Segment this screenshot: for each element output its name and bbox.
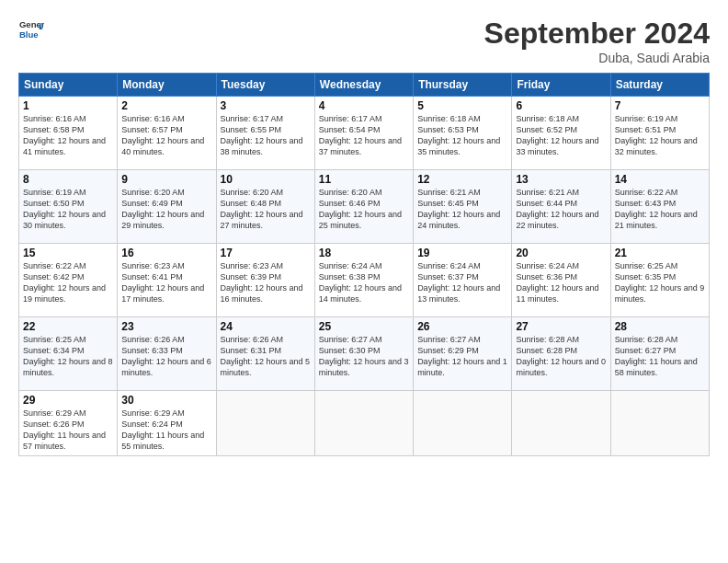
table-row: 30 Sunrise: 6:29 AMSunset: 6:24 PMDaylig…: [118, 391, 216, 456]
table-row: [512, 391, 610, 456]
table-row: 17 Sunrise: 6:23 AMSunset: 6:39 PMDaylig…: [216, 244, 314, 317]
col-friday: Friday: [512, 74, 610, 97]
day-number: 30: [121, 394, 211, 407]
table-row: 12 Sunrise: 6:21 AMSunset: 6:45 PMDaylig…: [414, 170, 512, 244]
logo-icon: General Blue: [18, 17, 44, 42]
cell-info: Sunrise: 6:16 AMSunset: 6:57 PMDaylight:…: [121, 114, 204, 156]
title-block: September 2024 Duba, Saudi Arabia: [484, 17, 710, 65]
cell-info: Sunrise: 6:19 AMSunset: 6:51 PMDaylight:…: [615, 114, 698, 156]
table-row: 23 Sunrise: 6:26 AMSunset: 6:33 PMDaylig…: [118, 317, 216, 391]
cell-info: Sunrise: 6:20 AMSunset: 6:49 PMDaylight:…: [121, 188, 204, 230]
table-row: 2 Sunrise: 6:16 AMSunset: 6:57 PMDayligh…: [118, 97, 216, 170]
cell-info: Sunrise: 6:28 AMSunset: 6:28 PMDaylight:…: [516, 335, 606, 377]
col-thursday: Thursday: [414, 74, 512, 97]
table-row: 29 Sunrise: 6:29 AMSunset: 6:26 PMDaylig…: [19, 391, 118, 456]
table-row: 3 Sunrise: 6:17 AMSunset: 6:55 PMDayligh…: [216, 97, 314, 170]
cell-info: Sunrise: 6:18 AMSunset: 6:53 PMDaylight:…: [417, 114, 500, 156]
cell-info: Sunrise: 6:24 AMSunset: 6:38 PMDaylight:…: [319, 261, 402, 304]
table-row: 1 Sunrise: 6:16 AMSunset: 6:58 PMDayligh…: [19, 97, 118, 170]
table-row: [216, 391, 314, 456]
table-row: 22 Sunrise: 6:25 AMSunset: 6:34 PMDaylig…: [19, 317, 118, 391]
cell-info: Sunrise: 6:21 AMSunset: 6:44 PMDaylight:…: [516, 188, 598, 230]
table-row: 6 Sunrise: 6:18 AMSunset: 6:52 PMDayligh…: [512, 97, 610, 170]
table-row: 10 Sunrise: 6:20 AMSunset: 6:48 PMDaylig…: [216, 170, 314, 244]
table-row: 26 Sunrise: 6:27 AMSunset: 6:29 PMDaylig…: [414, 317, 512, 391]
col-tuesday: Tuesday: [216, 74, 314, 97]
day-number: 19: [417, 247, 507, 259]
cell-info: Sunrise: 6:24 AMSunset: 6:36 PMDaylight:…: [516, 261, 598, 304]
calendar-table: Sunday Monday Tuesday Wednesday Thursday…: [18, 73, 710, 456]
day-number: 18: [319, 247, 409, 259]
cell-info: Sunrise: 6:26 AMSunset: 6:33 PMDaylight:…: [121, 335, 211, 377]
cell-info: Sunrise: 6:17 AMSunset: 6:55 PMDaylight:…: [221, 114, 303, 156]
day-number: 22: [23, 320, 113, 333]
day-number: 21: [615, 247, 705, 259]
cell-info: Sunrise: 6:17 AMSunset: 6:54 PMDaylight:…: [319, 114, 402, 156]
day-number: 3: [221, 99, 311, 112]
day-number: 26: [417, 320, 507, 333]
cell-info: Sunrise: 6:22 AMSunset: 6:42 PMDaylight:…: [23, 261, 106, 304]
cell-info: Sunrise: 6:18 AMSunset: 6:52 PMDaylight:…: [516, 114, 598, 156]
col-sunday: Sunday: [19, 74, 118, 97]
cell-info: Sunrise: 6:20 AMSunset: 6:48 PMDaylight:…: [221, 188, 303, 230]
table-row: 28 Sunrise: 6:28 AMSunset: 6:27 PMDaylig…: [610, 317, 709, 391]
day-number: 12: [417, 173, 507, 186]
cell-info: Sunrise: 6:28 AMSunset: 6:27 PMDaylight:…: [615, 335, 698, 377]
day-number: 15: [23, 247, 113, 259]
cell-info: Sunrise: 6:20 AMSunset: 6:46 PMDaylight:…: [319, 188, 402, 230]
day-number: 28: [615, 320, 705, 333]
cell-info: Sunrise: 6:23 AMSunset: 6:41 PMDaylight:…: [121, 261, 204, 304]
col-saturday: Saturday: [610, 74, 709, 97]
day-number: 29: [23, 394, 113, 407]
day-number: 9: [121, 173, 211, 186]
table-row: 27 Sunrise: 6:28 AMSunset: 6:28 PMDaylig…: [512, 317, 610, 391]
table-row: 15 Sunrise: 6:22 AMSunset: 6:42 PMDaylig…: [19, 244, 118, 317]
day-number: 14: [615, 173, 705, 186]
day-number: 16: [121, 247, 211, 259]
day-number: 17: [221, 247, 311, 259]
cell-info: Sunrise: 6:22 AMSunset: 6:43 PMDaylight:…: [615, 188, 698, 230]
table-row: 24 Sunrise: 6:26 AMSunset: 6:31 PMDaylig…: [216, 317, 314, 391]
cell-info: Sunrise: 6:21 AMSunset: 6:45 PMDaylight:…: [417, 188, 500, 230]
day-number: 13: [516, 173, 606, 186]
day-number: 20: [516, 247, 606, 259]
day-number: 2: [121, 99, 211, 112]
table-row: 5 Sunrise: 6:18 AMSunset: 6:53 PMDayligh…: [414, 97, 512, 170]
table-row: 9 Sunrise: 6:20 AMSunset: 6:49 PMDayligh…: [118, 170, 216, 244]
month-title: September 2024: [484, 17, 710, 51]
cell-info: Sunrise: 6:25 AMSunset: 6:35 PMDaylight:…: [615, 261, 705, 304]
svg-text:Blue: Blue: [19, 29, 39, 40]
day-number: 10: [221, 173, 311, 186]
cell-info: Sunrise: 6:19 AMSunset: 6:50 PMDaylight:…: [23, 188, 106, 230]
day-number: 23: [121, 320, 211, 333]
day-number: 5: [417, 99, 507, 112]
table-row: 11 Sunrise: 6:20 AMSunset: 6:46 PMDaylig…: [314, 170, 413, 244]
page: General Blue September 2024 Duba, Saudi …: [0, 0, 728, 563]
table-row: 8 Sunrise: 6:19 AMSunset: 6:50 PMDayligh…: [19, 170, 118, 244]
table-row: [314, 391, 413, 456]
logo: General Blue: [18, 17, 44, 42]
table-row: 13 Sunrise: 6:21 AMSunset: 6:44 PMDaylig…: [512, 170, 610, 244]
cell-info: Sunrise: 6:27 AMSunset: 6:29 PMDaylight:…: [417, 335, 507, 377]
table-row: 7 Sunrise: 6:19 AMSunset: 6:51 PMDayligh…: [610, 97, 709, 170]
day-number: 24: [221, 320, 311, 333]
cell-info: Sunrise: 6:29 AMSunset: 6:26 PMDaylight:…: [23, 408, 106, 451]
location-subtitle: Duba, Saudi Arabia: [484, 51, 710, 65]
col-monday: Monday: [118, 74, 216, 97]
day-number: 27: [516, 320, 606, 333]
table-row: 18 Sunrise: 6:24 AMSunset: 6:38 PMDaylig…: [314, 244, 413, 317]
cell-info: Sunrise: 6:23 AMSunset: 6:39 PMDaylight:…: [221, 261, 303, 304]
table-row: 19 Sunrise: 6:24 AMSunset: 6:37 PMDaylig…: [414, 244, 512, 317]
day-number: 11: [319, 173, 409, 186]
day-number: 1: [23, 99, 113, 112]
header: General Blue September 2024 Duba, Saudi …: [18, 17, 710, 65]
table-row: 25 Sunrise: 6:27 AMSunset: 6:30 PMDaylig…: [314, 317, 413, 391]
day-number: 25: [319, 320, 409, 333]
table-row: 21 Sunrise: 6:25 AMSunset: 6:35 PMDaylig…: [610, 244, 709, 317]
table-row: [610, 391, 709, 456]
day-number: 7: [615, 99, 705, 112]
cell-info: Sunrise: 6:29 AMSunset: 6:24 PMDaylight:…: [121, 408, 204, 451]
cell-info: Sunrise: 6:26 AMSunset: 6:31 PMDaylight:…: [221, 335, 311, 377]
calendar-header-row: Sunday Monday Tuesday Wednesday Thursday…: [19, 74, 710, 97]
day-number: 8: [23, 173, 113, 186]
